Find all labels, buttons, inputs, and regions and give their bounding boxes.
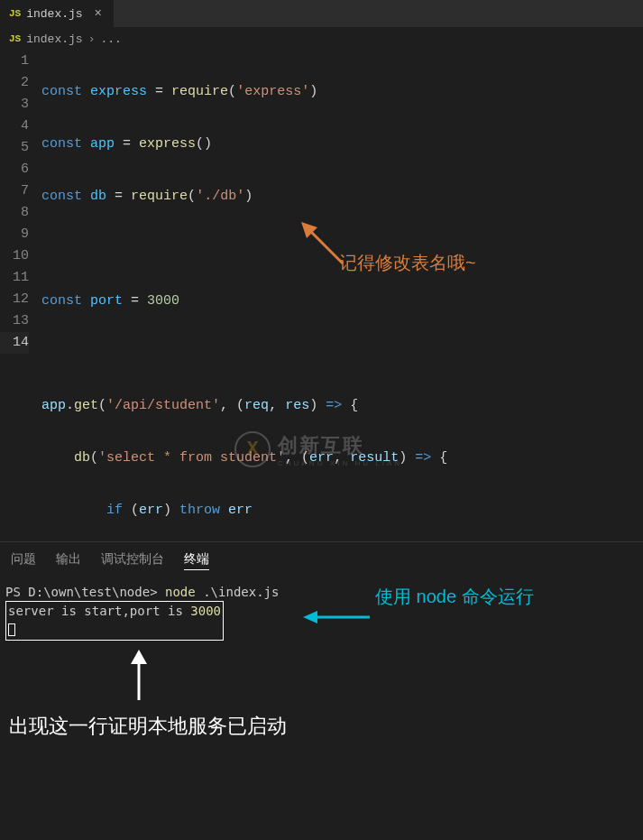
annotation-tablename: 记得修改表名哦~ (339, 251, 476, 275)
watermark: X 创新互联 CHUANG XIN HU LIAN (234, 431, 402, 467)
watermark-main: 创新互联 (278, 432, 402, 459)
js-file-icon: JS (9, 33, 21, 44)
tab-terminal[interactable]: 终端 (184, 551, 209, 570)
panel-tabs: 问题 输出 调试控制台 终端 (0, 541, 643, 579)
close-icon[interactable]: × (92, 7, 105, 20)
svg-marker-3 (303, 611, 317, 623)
tab-bar: JS index.js × (0, 0, 643, 27)
bottom-panel: 问题 输出 调试控制台 终端 PS D:\own\test\node> node… (0, 541, 643, 840)
svg-marker-5 (131, 650, 147, 664)
tab-output[interactable]: 输出 (56, 551, 81, 570)
breadcrumb-file: index.js (26, 32, 82, 46)
annotation-arrow-icon (123, 650, 159, 704)
watermark-logo-icon: X (234, 431, 271, 467)
annotation-noderun: 使用 node 命令运行 (375, 585, 534, 609)
editor-tab-indexjs[interactable]: JS index.js × (0, 0, 114, 27)
terminal-line-cmd: PS D:\own\test\node> node .\index.js (5, 583, 638, 601)
tab-label: index.js (26, 7, 82, 21)
breadcrumb-more: ... (100, 32, 121, 46)
chevron-right-icon: › (88, 32, 96, 46)
js-file-icon: JS (9, 8, 21, 19)
annotation-arrow-icon (301, 606, 373, 628)
svg-line-0 (308, 229, 343, 263)
watermark-sub: CHUANG XIN HU LIAN (278, 459, 402, 467)
tab-problems[interactable]: 问题 (11, 551, 36, 570)
annotation-serverstarted: 出现这一行证明本地服务已启动 (9, 713, 287, 740)
breadcrumb[interactable]: JS index.js › ... (0, 27, 643, 51)
tab-debug[interactable]: 调试控制台 (101, 551, 164, 570)
